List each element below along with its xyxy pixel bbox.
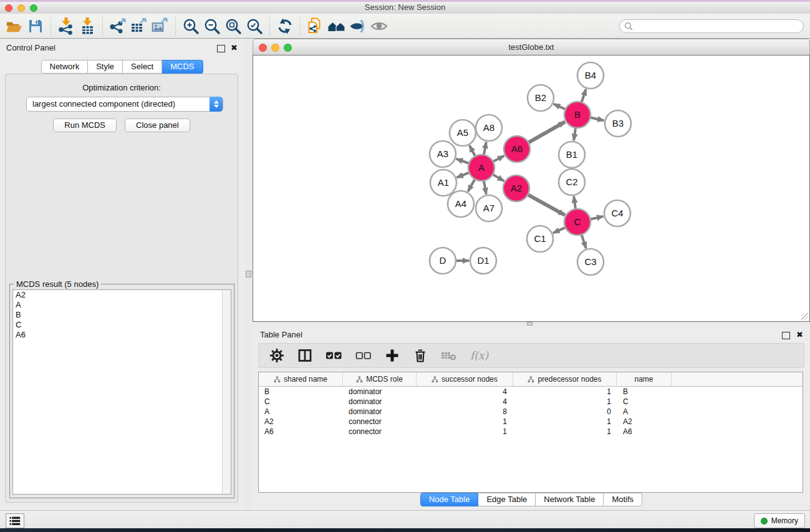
cell-successor-nodes[interactable]: 1 xyxy=(417,417,513,426)
task-history-button[interactable] xyxy=(6,513,24,528)
graph-node-B1[interactable]: B1 xyxy=(559,142,585,168)
result-item[interactable]: A xyxy=(13,300,231,310)
network-canvas[interactable]: A5A8A3AA1A4A7A6A2BB2B4B3B1C2CC4C1C3DD1 xyxy=(253,55,810,322)
tab-motifs[interactable]: Motifs xyxy=(604,493,642,506)
cell-shared-name[interactable]: B xyxy=(259,387,343,396)
zoom-out-button[interactable] xyxy=(201,16,223,37)
show-all-button[interactable] xyxy=(369,16,390,37)
table-row[interactable]: A dominator 8 0 A xyxy=(259,407,803,417)
cell-successor-nodes[interactable]: 4 xyxy=(417,387,513,396)
cell-shared-name[interactable]: A6 xyxy=(259,427,343,436)
table-row[interactable]: A6 connector 1 1 A6 xyxy=(259,427,803,437)
table-row[interactable]: B dominator 4 1 B xyxy=(259,387,803,397)
neighborhood-button[interactable] xyxy=(326,16,347,37)
table-row[interactable]: A2 connector 1 1 A2 xyxy=(259,417,803,427)
close-panel-icon[interactable]: ✖ xyxy=(796,330,803,340)
tab-select[interactable]: Select xyxy=(123,60,162,74)
graph-node-B[interactable]: B xyxy=(564,102,591,128)
cell-mcds-role[interactable]: dominator xyxy=(343,397,417,406)
optimization-criterion-dropdown[interactable]: largest connected component (directed) xyxy=(26,97,223,112)
cell-successor-nodes[interactable]: 8 xyxy=(417,407,513,416)
tab-style[interactable]: Style xyxy=(88,60,123,74)
cell-name[interactable]: C xyxy=(617,397,672,406)
zoom-in-button[interactable] xyxy=(180,16,201,37)
cell-shared-name[interactable]: C xyxy=(259,397,343,406)
import-table-button[interactable] xyxy=(77,16,98,37)
tab-mcds[interactable]: MCDS xyxy=(162,60,203,74)
cell-predecessor-nodes[interactable]: 1 xyxy=(513,387,617,396)
column-header-mcds-role[interactable]: MCDS role xyxy=(343,372,417,386)
result-list-scrollbar[interactable] xyxy=(222,290,231,494)
resize-grip[interactable] xyxy=(801,313,809,321)
cell-mcds-role[interactable]: dominator xyxy=(343,407,417,416)
graph-node-A7[interactable]: A7 xyxy=(476,195,502,221)
result-item[interactable]: C xyxy=(13,320,231,330)
open-session-button[interactable] xyxy=(4,16,25,37)
refresh-button[interactable] xyxy=(274,16,296,37)
cell-name[interactable]: B xyxy=(617,387,672,396)
cell-predecessor-nodes[interactable]: 1 xyxy=(513,427,617,436)
graph-edge-A6-B[interactable] xyxy=(527,122,565,143)
float-panel-icon[interactable] xyxy=(782,332,790,339)
cell-name[interactable]: A xyxy=(617,407,672,416)
cell-name[interactable]: A2 xyxy=(617,417,672,426)
graph-node-D[interactable]: D xyxy=(430,248,456,274)
graph-node-A3[interactable]: A3 xyxy=(430,141,456,167)
tab-edge-table[interactable]: Edge Table xyxy=(478,493,536,506)
float-panel-icon[interactable] xyxy=(217,45,225,52)
cell-successor-nodes[interactable]: 4 xyxy=(417,397,513,406)
cell-predecessor-nodes[interactable]: 0 xyxy=(513,407,617,416)
tab-node-table[interactable]: Node Table xyxy=(420,493,479,506)
graph-node-D1[interactable]: D1 xyxy=(470,248,496,274)
tab-network-table[interactable]: Network Table xyxy=(536,493,604,506)
cell-predecessor-nodes[interactable]: 1 xyxy=(513,417,617,426)
graph-node-A1[interactable]: A1 xyxy=(430,170,456,196)
unselect-all-button[interactable] xyxy=(355,349,372,362)
select-all-button[interactable] xyxy=(325,349,342,362)
delete-column-button[interactable] xyxy=(413,348,428,363)
hide-selected-button[interactable] xyxy=(347,16,369,37)
column-header-shared-name[interactable]: shared name xyxy=(259,372,343,386)
graph-node-C[interactable]: C xyxy=(564,209,591,235)
result-item[interactable]: A6 xyxy=(13,330,231,340)
graph-node-C4[interactable]: C4 xyxy=(604,200,630,226)
add-column-button[interactable] xyxy=(385,348,400,363)
cell-shared-name[interactable]: A xyxy=(259,407,343,416)
memory-button[interactable]: Memory xyxy=(754,513,805,528)
cell-mcds-role[interactable]: connector xyxy=(343,427,417,436)
run-mcds-button[interactable]: Run MCDS xyxy=(53,118,117,132)
graph-node-C3[interactable]: C3 xyxy=(577,249,604,275)
graph-node-B2[interactable]: B2 xyxy=(528,85,554,111)
graph-node-A6[interactable]: A6 xyxy=(504,136,530,162)
close-panel-icon[interactable]: ✖ xyxy=(231,43,238,53)
cell-shared-name[interactable]: A2 xyxy=(259,417,343,426)
graph-edge-A2-C[interactable] xyxy=(526,194,565,215)
export-network-button[interactable] xyxy=(107,16,128,37)
cell-name[interactable]: A6 xyxy=(617,427,672,436)
cell-mcds-role[interactable]: connector xyxy=(343,417,417,426)
divider-handle[interactable] xyxy=(246,271,251,278)
result-item[interactable]: B xyxy=(13,310,231,320)
column-header-successor-nodes[interactable]: successor nodes xyxy=(417,372,513,386)
graph-node-B3[interactable]: B3 xyxy=(605,110,631,137)
graph-node-A8[interactable]: A8 xyxy=(476,115,502,141)
export-image-button[interactable] xyxy=(150,16,171,37)
column-header-name[interactable]: name xyxy=(617,372,672,386)
import-network-button[interactable] xyxy=(55,16,77,37)
function-builder-button[interactable]: f(x) xyxy=(470,349,488,362)
vertical-split-divider[interactable] xyxy=(244,39,253,510)
zoom-selected-button[interactable] xyxy=(244,16,265,37)
graph-node-B4[interactable]: B4 xyxy=(577,62,604,89)
tab-network[interactable]: Network xyxy=(41,60,88,74)
cell-successor-nodes[interactable]: 1 xyxy=(417,427,513,436)
graph-node-C1[interactable]: C1 xyxy=(527,226,553,252)
column-header-predecessor-nodes[interactable]: predecessor nodes xyxy=(513,372,617,386)
graph-node-A5[interactable]: A5 xyxy=(450,120,476,146)
delete-table-button[interactable] xyxy=(441,349,457,362)
search-input[interactable] xyxy=(619,19,804,33)
graph-node-C2[interactable]: C2 xyxy=(559,169,585,195)
result-item[interactable]: A2 xyxy=(13,290,231,300)
show-columns-button[interactable] xyxy=(297,348,312,363)
clone-network-button[interactable] xyxy=(305,16,326,37)
close-panel-button[interactable]: Close panel xyxy=(125,118,190,132)
